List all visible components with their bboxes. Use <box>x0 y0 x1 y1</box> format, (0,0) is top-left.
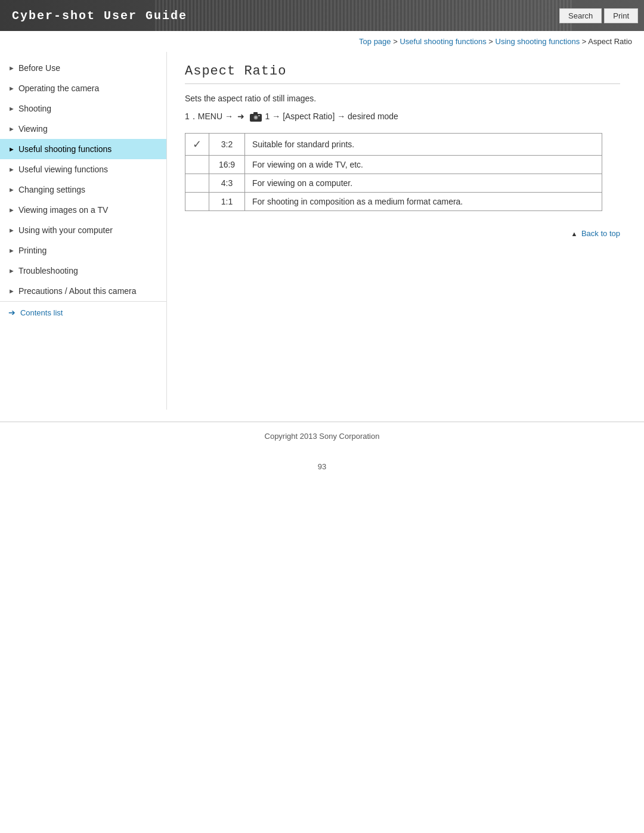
table-row: ✓ 3:2 Suitable for standard prints. <box>185 134 602 156</box>
sidebar-item-useful-viewing[interactable]: ► Useful viewing functions <box>0 159 166 179</box>
table-cell-icon-4 <box>185 193 209 211</box>
camera-icon <box>250 112 262 122</box>
breadcrumb: Top page > Useful shooting functions > U… <box>0 31 644 52</box>
chevron-right-icon: ► <box>8 267 15 274</box>
sidebar-contents-link-container: ➔ Contents list <box>0 301 166 323</box>
table-cell-ratio-3: 4:3 <box>209 174 245 193</box>
sidebar-item-before-use[interactable]: ► Before Use <box>0 58 166 78</box>
table-cell-desc-1: Suitable for standard prints. <box>245 134 602 156</box>
table-row: 4:3 For viewing on a computer. <box>185 174 602 193</box>
chevron-right-icon: ► <box>8 125 15 132</box>
table-cell-desc-4: For shooting in composition as a medium … <box>245 193 602 211</box>
sidebar-item-using-computer[interactable]: ► Using with your computer <box>0 220 166 240</box>
sidebar-label-viewing: Viewing <box>18 124 48 134</box>
footer: Copyright 2013 Sony Corporation <box>0 422 644 450</box>
intro-text: Sets the aspect ratio of still images. <box>185 94 620 103</box>
sidebar-item-useful-shooting[interactable]: ► Useful shooting functions <box>0 139 166 159</box>
chevron-right-icon-active: ► <box>8 145 15 153</box>
chevron-right-icon: ► <box>8 166 15 173</box>
instruction-text: 1．MENU → ➜ 1 → [Aspect Ratio] → desired … <box>185 112 620 122</box>
content-area: Aspect Ratio Sets the aspect ratio of st… <box>167 52 644 250</box>
print-button[interactable]: Print <box>604 8 638 23</box>
instruction-suffix: 1 → [Aspect Ratio] → desired mode <box>265 112 398 121</box>
sidebar-item-shooting[interactable]: ► Shooting <box>0 98 166 119</box>
checkmark-icon: ✓ <box>193 138 202 150</box>
sidebar-label-troubleshooting: Troubleshooting <box>18 266 78 275</box>
breadcrumb-top[interactable]: Top page <box>359 37 391 46</box>
sidebar-item-viewing[interactable]: ► Viewing <box>0 119 166 139</box>
sidebar-label-changing-settings: Changing settings <box>18 185 85 194</box>
page-number: 93 <box>0 450 644 483</box>
copyright-text: Copyright 2013 Sony Corporation <box>265 432 380 441</box>
table-row: 16:9 For viewing on a wide TV, etc. <box>185 156 602 174</box>
breadcrumb-sep3: > <box>582 37 589 46</box>
triangle-up-icon: ▲ <box>571 230 577 237</box>
header-title: Cyber-shot User Guide <box>12 9 187 23</box>
chevron-right-icon: ► <box>8 206 15 213</box>
sidebar-item-viewing-tv[interactable]: ► Viewing images on a TV <box>0 200 166 220</box>
table-cell-icon-1: ✓ <box>185 134 209 156</box>
sidebar-label-useful-viewing: Useful viewing functions <box>18 165 108 174</box>
header-decoration: // Generate stripes decoration for(let i… <box>155 0 572 31</box>
chevron-right-icon: ► <box>8 85 15 92</box>
breadcrumb-current: Aspect Ratio <box>588 37 632 46</box>
breadcrumb-sep2: > <box>488 37 495 46</box>
sidebar: ► Before Use ► Operating the camera ► Sh… <box>0 52 167 410</box>
back-to-top-link[interactable]: Back to top <box>581 229 620 238</box>
instruction-prefix: 1．MENU → <box>185 112 233 121</box>
aspect-ratio-table: ✓ 3:2 Suitable for standard prints. 16:9… <box>185 133 602 211</box>
table-cell-desc-3: For viewing on a computer. <box>245 174 602 193</box>
sidebar-label-operating-camera: Operating the camera <box>18 83 99 93</box>
search-button[interactable]: Search <box>559 8 602 23</box>
page-title: Aspect Ratio <box>185 64 620 84</box>
sidebar-label-precautions: Precautions / About this camera <box>18 286 137 296</box>
sidebar-label-printing: Printing <box>18 246 47 255</box>
arrow-sym-1: ➜ <box>237 112 244 121</box>
table-row: 1:1 For shooting in composition as a med… <box>185 193 602 211</box>
contents-arrow-icon: ➔ <box>8 308 16 317</box>
breadcrumb-useful-shooting[interactable]: Useful shooting functions <box>400 37 486 46</box>
table-cell-icon-2 <box>185 156 209 174</box>
sidebar-label-using-computer: Using with your computer <box>18 225 113 235</box>
chevron-right-icon: ► <box>8 287 15 295</box>
table-cell-ratio-4: 1:1 <box>209 193 245 211</box>
svg-rect-1 <box>253 112 258 114</box>
svg-rect-4 <box>258 115 260 116</box>
sidebar-item-changing-settings[interactable]: ► Changing settings <box>0 179 166 200</box>
chevron-right-icon: ► <box>8 105 15 112</box>
sidebar-item-precautions[interactable]: ► Precautions / About this camera <box>0 281 166 301</box>
table-cell-icon-3 <box>185 174 209 193</box>
svg-point-3 <box>255 116 257 119</box>
contents-list-link[interactable]: Contents list <box>20 308 63 317</box>
sidebar-label-viewing-tv: Viewing images on a TV <box>18 205 108 215</box>
back-to-top: ▲ Back to top <box>185 229 620 238</box>
page-header: Cyber-shot User Guide // Generate stripe… <box>0 0 644 31</box>
sidebar-item-printing[interactable]: ► Printing <box>0 240 166 261</box>
sidebar-item-operating-camera[interactable]: ► Operating the camera <box>0 78 166 98</box>
sidebar-item-troubleshooting[interactable]: ► Troubleshooting <box>0 261 166 281</box>
header-title-container: Cyber-shot User Guide <box>0 0 199 31</box>
chevron-right-icon: ► <box>8 64 15 72</box>
sidebar-label-shooting: Shooting <box>18 104 51 113</box>
breadcrumb-using-shooting[interactable]: Using shooting functions <box>496 37 580 46</box>
chevron-right-icon: ► <box>8 186 15 193</box>
header-buttons: Search Print <box>559 0 644 31</box>
sidebar-label-useful-shooting: Useful shooting functions <box>18 144 112 154</box>
sidebar-label-before-use: Before Use <box>18 63 60 73</box>
table-cell-desc-2: For viewing on a wide TV, etc. <box>245 156 602 174</box>
table-cell-ratio-2: 16:9 <box>209 156 245 174</box>
breadcrumb-sep1: > <box>393 37 400 46</box>
chevron-right-icon: ► <box>8 247 15 254</box>
chevron-right-icon: ► <box>8 227 15 234</box>
table-cell-ratio-1: 3:2 <box>209 134 245 156</box>
main-layout: ► Before Use ► Operating the camera ► Sh… <box>0 52 644 410</box>
